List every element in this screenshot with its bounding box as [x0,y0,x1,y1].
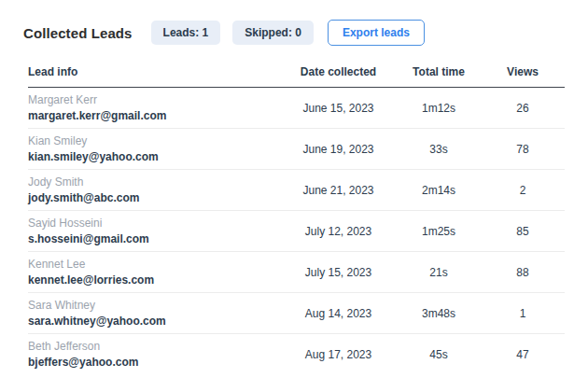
views-cell: 78 [481,143,565,156]
lead-email: bjeffers@yahoo.com [28,355,280,371]
lead-name: Kennet Lee [28,257,280,273]
column-header-total-time: Total time [397,65,481,78]
lead-info-cell: Kian Smiley kian.smiley@yahoo.com [28,133,280,165]
lead-name: Kian Smiley [28,133,280,149]
lead-email: jody.smith@abc.com [28,190,280,206]
lead-info-cell: Jody Smith jody.smith@abc.com [28,175,280,206]
date-collected-cell: June 15, 2023 [280,102,397,115]
lead-name: Sayid Hosseini [28,216,280,231]
lead-name: Sara Whitney [28,298,280,314]
lead-info-cell: Sara Whitney sara.whitney@yahoo.com [28,298,280,329]
lead-info-cell: Beth Jefferson bjeffers@yahoo.com [28,339,280,371]
total-time-cell: 3m48s [397,307,481,320]
total-time-cell: 1m25s [397,225,481,238]
page-title: Collected Leads [23,25,133,41]
total-time-cell: 33s [397,143,481,156]
leads-table: Lead info Date collected Total time View… [28,65,565,375]
date-collected-cell: June 21, 2023 [280,184,397,197]
lead-email: sara.whitney@yahoo.com [28,314,280,329]
table-row: Beth Jefferson bjeffers@yahoo.com Aug 17… [28,334,565,375]
views-cell: 1 [481,307,565,320]
skipped-count-badge: Skipped: 0 [232,21,314,45]
table-header-row: Lead info Date collected Total time View… [28,65,565,88]
table-row: Sara Whitney sara.whitney@yahoo.com Aug … [28,293,565,334]
table-row: Jody Smith jody.smith@abc.com June 21, 2… [28,170,565,211]
lead-email: margaret.kerr@gmail.com [28,108,280,124]
date-collected-cell: Aug 17, 2023 [280,348,397,361]
header-bar: Collected Leads Leads: 1 Skipped: 0 Expo… [0,21,588,45]
table-row: Kian Smiley kian.smiley@yahoo.com June 1… [28,129,565,170]
column-header-views: Views [481,65,565,78]
export-leads-button[interactable]: Export leads [328,20,425,46]
date-collected-cell: June 19, 2023 [280,143,397,156]
column-header-lead-info: Lead info [28,65,280,78]
lead-email: kian.smiley@yahoo.com [28,149,280,165]
date-collected-cell: July 15, 2023 [280,266,397,279]
table-row: Sayid Hosseini s.hosseini@gmail.com July… [28,211,565,252]
lead-info-cell: Kennet Lee kennet.lee@lorries.com [28,257,280,288]
date-collected-cell: July 12, 2023 [280,225,397,238]
lead-name: Jody Smith [28,175,280,190]
date-collected-cell: Aug 14, 2023 [280,307,397,320]
total-time-cell: 2m14s [397,184,481,197]
lead-info-cell: Margaret Kerr margaret.kerr@gmail.com [28,92,280,124]
table-body: Margaret Kerr margaret.kerr@gmail.com Ju… [28,88,565,375]
leads-count-badge: Leads: 1 [151,21,221,45]
views-cell: 2 [481,184,565,197]
views-cell: 88 [481,266,565,279]
table-row: Margaret Kerr margaret.kerr@gmail.com Ju… [28,88,565,129]
table-row: Kennet Lee kennet.lee@lorries.com July 1… [28,252,565,293]
views-cell: 85 [481,225,565,238]
total-time-cell: 1m12s [397,102,481,115]
views-cell: 47 [481,348,565,361]
column-header-date-collected: Date collected [280,65,397,78]
lead-name: Beth Jefferson [28,339,280,355]
lead-info-cell: Sayid Hosseini s.hosseini@gmail.com [28,216,280,247]
lead-email: kennet.lee@lorries.com [28,273,280,288]
lead-email: s.hosseini@gmail.com [28,231,280,247]
total-time-cell: 45s [397,348,481,361]
total-time-cell: 21s [397,266,481,279]
lead-name: Margaret Kerr [28,92,280,108]
views-cell: 26 [481,102,565,115]
collected-leads-page: Collected Leads Leads: 1 Skipped: 0 Expo… [0,0,588,392]
